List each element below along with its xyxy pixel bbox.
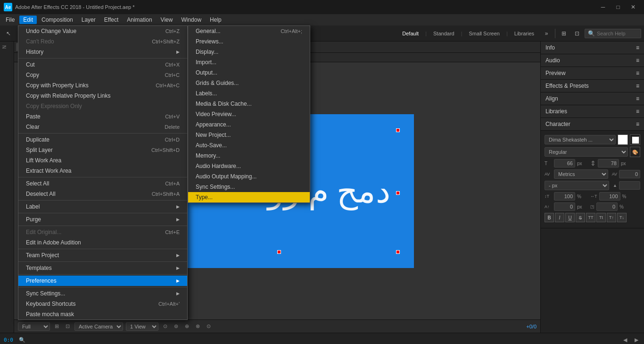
pref-type[interactable]: Type... bbox=[188, 192, 310, 202]
panel-preview[interactable]: Preview ≡ bbox=[541, 67, 644, 80]
menu-label[interactable]: Label bbox=[18, 201, 187, 212]
menu-select-all[interactable]: Select All Ctrl+A bbox=[18, 178, 187, 189]
quality-select[interactable]: Full Half Third Quarter bbox=[18, 322, 50, 331]
pref-audio-output[interactable]: Audio Output Mapping... bbox=[188, 171, 310, 182]
menu-extract[interactable]: Extract Work Area bbox=[18, 166, 187, 176]
panel-toggle[interactable]: ⊞ bbox=[558, 28, 570, 39]
menu-cut[interactable]: Cut Ctrl+X bbox=[18, 59, 187, 70]
vert-scale-input[interactable] bbox=[554, 192, 575, 201]
menu-file[interactable]: File bbox=[2, 16, 18, 24]
search-input[interactable] bbox=[597, 31, 639, 36]
baseline-shift-input[interactable] bbox=[554, 202, 575, 211]
menu-templates[interactable]: Templates bbox=[18, 263, 187, 273]
menu-history[interactable]: History bbox=[18, 47, 187, 57]
panel-info[interactable]: Info ≡ bbox=[541, 42, 644, 54]
pref-memory[interactable]: Memory... bbox=[188, 151, 310, 161]
menu-layer[interactable]: Layer bbox=[78, 16, 99, 24]
baseline-select[interactable]: - px bbox=[545, 181, 609, 190]
tl-search[interactable]: 🔍 bbox=[17, 336, 27, 344]
strikethrough-btn[interactable]: S̶ bbox=[576, 213, 585, 222]
panel-toggle-2[interactable]: ⊡ bbox=[571, 28, 583, 39]
viewer-btn-reset[interactable]: ⊙ bbox=[205, 322, 213, 330]
menu-deselect-all[interactable]: Deselect All Ctrl+Shift+A bbox=[18, 189, 187, 199]
handle-bm[interactable] bbox=[277, 250, 281, 254]
tl-btn-2[interactable]: ▶ bbox=[633, 336, 640, 344]
panel-audio[interactable]: Audio ≡ bbox=[541, 54, 644, 67]
menu-copy-rel-links[interactable]: Copy with Relative Property Links bbox=[18, 91, 187, 101]
menu-keyboard-shortcuts[interactable]: Keyboard Shortcuts Ctrl+Alt+' bbox=[18, 299, 187, 309]
pref-video-preview[interactable]: Video Preview... bbox=[188, 109, 310, 119]
pref-labels[interactable]: Labels... bbox=[188, 88, 310, 99]
viewer-btn-6[interactable]: ⊗ bbox=[194, 322, 202, 330]
fill-color-swatch[interactable] bbox=[618, 134, 628, 145]
workspace-default[interactable]: Default bbox=[398, 30, 422, 37]
panel-character[interactable]: Character ≡ bbox=[541, 118, 644, 131]
menu-effect[interactable]: Effect bbox=[100, 16, 122, 24]
menu-window[interactable]: Window bbox=[177, 16, 205, 24]
panel-align[interactable]: Align ≡ bbox=[541, 92, 644, 105]
horiz-scale-input[interactable] bbox=[599, 192, 620, 201]
menu-animation[interactable]: Animation bbox=[123, 16, 156, 24]
menu-view[interactable]: View bbox=[157, 16, 177, 24]
underline-btn[interactable]: U bbox=[565, 213, 575, 222]
viewer-btn-3[interactable]: ⊙ bbox=[161, 322, 169, 330]
menu-duplicate[interactable]: Duplicate Ctrl+D bbox=[18, 134, 187, 145]
menu-composition[interactable]: Composition bbox=[38, 16, 77, 24]
tracking-input[interactable] bbox=[619, 170, 640, 178]
handle-mr[interactable] bbox=[396, 191, 400, 195]
superscript-btn[interactable]: T↑ bbox=[607, 213, 616, 222]
pref-grids[interactable]: Grids & Guides... bbox=[188, 78, 310, 88]
menu-team-project[interactable]: Team Project bbox=[18, 250, 187, 260]
font-style-select[interactable]: Regular Bold Italic bbox=[545, 147, 628, 157]
viewer-btn-1[interactable]: ⊞ bbox=[53, 322, 61, 330]
italic-btn[interactable]: I bbox=[555, 213, 564, 222]
tsume-input[interactable] bbox=[596, 202, 618, 211]
subscript-btn[interactable]: T↓ bbox=[617, 213, 627, 222]
panel-libraries[interactable]: Libraries ≡ bbox=[541, 105, 644, 118]
menu-edit[interactable]: Edit bbox=[19, 16, 37, 24]
pref-sync-settings[interactable]: Sync Settings... bbox=[188, 182, 310, 192]
pref-previews[interactable]: Previews... bbox=[188, 36, 310, 47]
menu-paste[interactable]: Paste Ctrl+V bbox=[18, 111, 187, 122]
allcaps-btn[interactable]: TT bbox=[586, 213, 595, 222]
pref-general[interactable]: General... Ctrl+Alt+; bbox=[188, 26, 310, 36]
handle-tr[interactable] bbox=[396, 128, 400, 132]
camera-select[interactable]: Active Camera bbox=[74, 322, 123, 331]
color-picker-btn[interactable]: 🎨 bbox=[630, 147, 640, 157]
viewer-btn-4[interactable]: ⊚ bbox=[172, 322, 180, 330]
handle-br[interactable] bbox=[396, 250, 400, 254]
workspace-libraries[interactable]: Libraries bbox=[511, 30, 538, 37]
pref-media-cache[interactable]: Media & Disk Cache... bbox=[188, 99, 310, 109]
menu-paste-mocha[interactable]: Paste mocha mask bbox=[18, 309, 187, 319]
viewer-btn-2[interactable]: ⊡ bbox=[64, 322, 72, 330]
maximize-button[interactable]: □ bbox=[611, 2, 625, 12]
viewer-btn-5[interactable]: ⊕ bbox=[183, 322, 191, 330]
pref-display[interactable]: Display... bbox=[188, 47, 310, 57]
title-bar-controls[interactable]: ─ □ ✕ bbox=[596, 2, 640, 12]
menu-sync-settings[interactable]: Sync Settings... bbox=[18, 288, 187, 299]
leading-input[interactable] bbox=[598, 159, 619, 168]
pref-autosave[interactable]: Auto-Save... bbox=[188, 140, 310, 151]
menu-help[interactable]: Help bbox=[206, 16, 225, 24]
bold-btn[interactable]: B bbox=[545, 213, 554, 222]
pref-new-project[interactable]: New Project... bbox=[188, 130, 310, 140]
arrow-tool[interactable]: ↖ bbox=[3, 28, 14, 39]
menu-preferences[interactable]: Preferences bbox=[18, 276, 187, 286]
menu-lift[interactable]: Lift Work Area bbox=[18, 155, 187, 166]
tl-btn-1[interactable]: ◀ bbox=[621, 336, 629, 344]
smallcaps-btn[interactable]: Tt bbox=[596, 213, 606, 222]
stroke-color-swatch[interactable] bbox=[630, 134, 640, 145]
view-select[interactable]: 1 View 2 Views 4 Views bbox=[126, 322, 158, 331]
workspace-small-screen[interactable]: Small Screen bbox=[465, 30, 504, 37]
menu-clear[interactable]: Clear Delete bbox=[18, 122, 187, 132]
workspace-more[interactable]: » bbox=[541, 28, 552, 39]
menu-edit-audition[interactable]: Edit in Adobe Audition bbox=[18, 237, 187, 248]
pref-appearance[interactable]: Appearance... bbox=[188, 119, 310, 130]
font-family-select[interactable]: Dima Shekasteh ... bbox=[545, 135, 616, 144]
menu-copy[interactable]: Copy Ctrl+C bbox=[18, 70, 187, 80]
pref-audio-hw[interactable]: Audio Hardware... bbox=[188, 161, 310, 171]
menu-split-layer[interactable]: Split Layer Ctrl+Shift+D bbox=[18, 145, 187, 155]
menu-undo[interactable]: Undo Change Value Ctrl+Z bbox=[18, 26, 187, 36]
minimize-button[interactable]: ─ bbox=[596, 2, 610, 12]
close-button[interactable]: ✕ bbox=[626, 2, 640, 12]
